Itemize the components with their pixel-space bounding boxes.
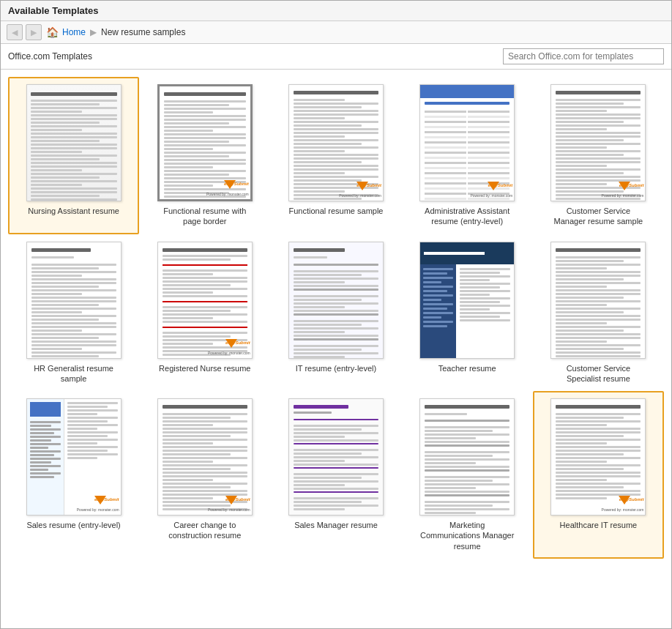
monster-badge-2: Powered by: monster.com	[339, 194, 381, 198]
template-label-customer-service-manager: Customer Service Manager resume sample	[550, 206, 646, 227]
template-label-career-change-construction: Career change to construction resume	[157, 520, 253, 541]
template-thumb-nursing-assistant	[26, 84, 122, 201]
easy-submit-badge-4: easySubmit	[488, 183, 513, 187]
template-label-nursing-assistant: Nursing Assistant resume	[28, 206, 119, 216]
template-customer-service-specialist[interactable]: Customer Service Specialist resume	[533, 234, 664, 392]
template-thumb-customer-service-manager: easySubmit Powered by: monster.com	[550, 84, 646, 201]
template-customer-service-manager[interactable]: easySubmit Powered by: monster.com Custo…	[533, 77, 664, 234]
template-thumb-hr-generalist	[26, 242, 122, 359]
main-window: Available Templates ◀ ▶ 🏠 Home ▶ New res…	[0, 0, 672, 629]
breadcrumb: Home ▶ New resume samples	[62, 27, 185, 37]
easy-submit-badge-2: easySubmit	[356, 183, 381, 187]
template-thumb-sales-entry: easySubmit Powered by: monster.com	[26, 398, 122, 516]
breadcrumb-separator: ▶	[89, 27, 98, 37]
template-registered-nurse[interactable]: easySubmit Powered by: monster.com Regis…	[139, 234, 270, 392]
template-label-it-entry-level: IT resume (entry-level)	[296, 363, 376, 373]
template-it-entry-level[interactable]: IT resume (entry-level)	[270, 234, 401, 392]
template-thumb-sales-manager	[288, 398, 384, 516]
monster-badge-12: Powered by: monster.com	[208, 508, 250, 512]
search-input[interactable]	[503, 48, 664, 64]
template-admin-assistant[interactable]: easySubmit Powered by: monster.com Admin…	[402, 77, 533, 234]
template-label-sales-manager: Sales Manager resume	[294, 520, 378, 530]
template-label-marketing-communications: Marketing Communications Manager resume	[419, 520, 515, 551]
template-functional-sample[interactable]: easySubmit Powered by: monster.com Funct…	[270, 77, 401, 234]
monster-badge-7: Powered by: monster.com	[208, 351, 250, 355]
template-sales-entry[interactable]: easySubmit Powered by: monster.com Sales…	[8, 391, 139, 559]
template-career-change-construction[interactable]: easySubmit Powered by: monster.com Caree…	[139, 391, 270, 559]
template-thumb-healthcare-it: easySubmit Powered by: monster.com	[550, 398, 646, 516]
source-label: Office.com Templates	[8, 51, 92, 62]
template-label-hr-generalist: HR Generalist resume sample	[26, 363, 122, 384]
breadcrumb-home[interactable]: Home	[62, 27, 86, 37]
template-functional-page-border[interactable]: easySubmit Powered by: monster.com Funct…	[139, 77, 270, 234]
template-label-functional-page-border: Functional resume with page border	[157, 206, 253, 227]
template-thumb-admin-assistant: easySubmit Powered by: monster.com	[419, 84, 515, 201]
monster-badge-15: Powered by: monster.com	[602, 508, 644, 512]
template-label-registered-nurse: Registered Nurse resume	[159, 363, 250, 373]
template-sales-manager[interactable]: Sales Manager resume	[270, 391, 401, 559]
monster-badge-11: Powered by: monster.com	[77, 508, 119, 512]
template-thumb-registered-nurse: easySubmit Powered by: monster.com	[157, 242, 253, 359]
template-thumb-functional-page-border: easySubmit Powered by: monster.com	[157, 84, 253, 201]
template-thumb-teacher	[419, 242, 515, 359]
template-thumb-functional-sample: easySubmit Powered by: monster.com	[288, 84, 384, 201]
dialog-title: Available Templates	[1, 1, 671, 21]
monster-badge-4: Powered by: monster.com	[470, 194, 512, 198]
template-label-admin-assistant: Administrative Assistant resume (entry-l…	[419, 206, 515, 227]
template-healthcare-it[interactable]: easySubmit Powered by: monster.com Healt…	[533, 391, 664, 559]
easy-submit-badge-11: easySubmit	[94, 497, 119, 502]
easy-submit-badge: easySubmit	[224, 182, 249, 186]
easy-submit-badge-5: easySubmit	[619, 183, 644, 187]
forward-button[interactable]: ▶	[26, 24, 42, 40]
template-label-healthcare-it: Healthcare IT resume	[560, 520, 638, 530]
template-thumb-it-entry-level	[288, 242, 384, 359]
breadcrumb-current: New resume samples	[101, 27, 185, 37]
toolbar: Office.com Templates	[1, 44, 671, 70]
title-text: Available Templates	[8, 5, 99, 16]
template-hr-generalist[interactable]: HR Generalist resume sample	[8, 234, 139, 392]
home-icon[interactable]: 🏠	[45, 25, 59, 40]
monster-badge-5: Powered by: monster.com	[602, 194, 644, 198]
template-label-functional-sample: Functional resume sample	[288, 206, 383, 216]
easy-submit-badge-15: easySubmit	[619, 497, 644, 502]
template-label-sales-entry: Sales resume (entry-level)	[26, 520, 120, 530]
template-teacher[interactable]: Teacher resume	[402, 234, 533, 392]
template-marketing-communications[interactable]: Marketing Communications Manager resume	[402, 391, 533, 559]
template-nursing-assistant[interactable]: Nursing Assistant resume	[8, 77, 139, 234]
monster-badge: Powered by: monster.com	[206, 193, 249, 196]
template-label-teacher: Teacher resume	[438, 363, 496, 373]
template-thumb-marketing-communications	[419, 398, 515, 516]
template-thumb-career-change-construction: easySubmit Powered by: monster.com	[157, 398, 253, 516]
template-thumb-customer-service-specialist	[550, 242, 646, 359]
templates-grid: Nursing Assistant resume	[1, 70, 671, 566]
back-button[interactable]: ◀	[7, 24, 23, 40]
easy-submit-badge-12: easySubmit	[225, 497, 250, 502]
template-label-customer-service-specialist: Customer Service Specialist resume	[550, 363, 646, 384]
easy-submit-badge-7: easySubmit	[225, 340, 250, 345]
navigation-bar: ◀ ▶ 🏠 Home ▶ New resume samples	[1, 21, 671, 44]
